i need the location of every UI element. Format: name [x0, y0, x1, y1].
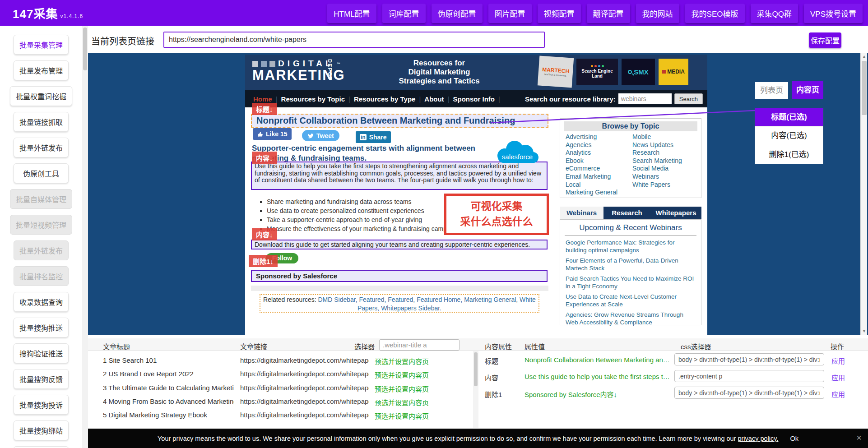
preview-set-content-link[interactable]: 预选并设置内容页 — [375, 411, 429, 420]
sponsored-line-selected[interactable]: Sponsored by Salesforce — [251, 270, 548, 282]
topic-link-marketing-general[interactable]: Marketing General — [566, 189, 632, 197]
menu-my-sites[interactable]: 我的网站 — [636, 4, 679, 23]
scroll-up-icon[interactable]: ▲ — [861, 53, 868, 60]
privacy-ok-button[interactable]: Ok — [790, 435, 798, 442]
topic-column-2: Mobile News Updates Research Search Mark… — [632, 133, 699, 197]
privacy-policy-link[interactable]: privacy policy. — [738, 435, 778, 442]
col-article-title: 文章标题 — [103, 342, 130, 351]
webinar-link[interactable]: Agencies: Grow Revenue Streams Through W… — [566, 311, 696, 326]
list-selector-input[interactable] — [379, 339, 460, 351]
content-marker-tag-1[interactable]: 内容↓ — [252, 152, 277, 164]
topic-link-analytics[interactable]: Analytics — [566, 149, 632, 157]
apply-link[interactable]: 应用 — [831, 356, 845, 365]
topic-link-ecommerce[interactable]: eCommerce — [566, 165, 632, 173]
css-selector-input[interactable] — [674, 353, 824, 365]
apply-link[interactable]: 应用 — [831, 389, 845, 399]
topic-link-agencies[interactable]: Agencies — [566, 141, 632, 149]
topic-link-local[interactable]: Local — [566, 181, 632, 189]
menu-html-config[interactable]: HTML配置 — [327, 4, 376, 23]
sidebar-item-batch-collect[interactable]: 批量采集管理 — [14, 35, 69, 55]
webinar-link[interactable]: Paid Search Tactics You Need to Maximize… — [566, 275, 696, 290]
sidebar-item-sogou-feedback[interactable]: 批量搜狗反馈 — [14, 369, 69, 389]
topic-link-research[interactable]: Research — [632, 149, 699, 157]
tab-whitepapers[interactable]: Whitepapers — [650, 207, 701, 219]
topic-link-ebook[interactable]: Ebook — [566, 157, 632, 165]
sidebar-item-index-query[interactable]: 收录数据查询 — [14, 292, 69, 312]
sidebar-item-sogou-push[interactable]: 批量搜狗推送 — [14, 318, 69, 337]
sidebar-scrollbar[interactable] — [82, 26, 88, 448]
list-url-input[interactable] — [163, 32, 545, 48]
menu-translate-config[interactable]: 翻译配置 — [587, 4, 630, 23]
list-table-scrollbar[interactable] — [473, 351, 478, 428]
preview-set-content-link[interactable]: 预选并设置内容页 — [375, 384, 429, 393]
menu-pseudo-original-config[interactable]: 伪原创配置 — [432, 4, 483, 23]
sidebar-item-link-grab[interactable]: 批量链接抓取 — [14, 112, 69, 132]
topic-link-webinars[interactable]: Webinars — [632, 173, 699, 181]
apply-link[interactable]: 应用 — [831, 373, 845, 382]
col-selector: 选择器 — [354, 342, 375, 351]
content-page-button[interactable]: 内容页 — [792, 81, 823, 99]
nav-home[interactable]: Home — [253, 95, 272, 103]
sidebar-item-backlink-publish[interactable]: 批量外链发布 — [14, 138, 69, 157]
tab-research[interactable]: Research — [603, 207, 650, 219]
preview-set-content-link[interactable]: 预选并设置内容页 — [375, 370, 429, 379]
topic-link-search-marketing[interactable]: Search Marketing — [632, 157, 699, 165]
sidebar-item-sogou-complaint[interactable]: 批量搜狗投诉 — [14, 395, 69, 415]
selected-delete-item[interactable]: 删除1(已选) — [755, 145, 823, 164]
scroll-down-icon[interactable]: ▼ — [861, 328, 868, 335]
sidebar-item-sogou-bind[interactable]: 批量搜狗绑站 — [14, 420, 69, 440]
visual-collect-note: 可视化采集 采什么点选什么 — [444, 194, 549, 235]
topic-link-advertising[interactable]: Advertising — [566, 133, 632, 141]
menu-image-config[interactable]: 图片配置 — [488, 4, 532, 23]
tab-webinars[interactable]: Webinars — [560, 207, 603, 219]
css-selector-input[interactable] — [674, 370, 824, 382]
menu-lexicon-config[interactable]: 词库配置 — [382, 4, 426, 23]
linkedin-share-button[interactable]: in Share — [356, 131, 391, 143]
target-webpage: DIGITAL ™ MARKETING DEPOT Resources for … — [245, 55, 707, 335]
nav-resources-by-type[interactable]: Resources by Type — [354, 95, 415, 103]
close-icon[interactable]: × — [856, 433, 862, 443]
sidebar-item-pseudo-original-tool[interactable]: 伪原创工具 — [14, 163, 69, 183]
selected-title-item[interactable]: 标题(已选) — [755, 108, 823, 126]
menu-video-config[interactable]: 视频配置 — [538, 4, 581, 23]
nav-resources-by-topic[interactable]: Resources by Topic — [281, 95, 345, 103]
smx-logo: SMX — [622, 59, 655, 85]
content-marker-tag-2[interactable]: 内容↓ — [252, 228, 277, 240]
menu-my-seo-templates[interactable]: 我的SEO模版 — [685, 4, 745, 23]
preview-set-content-link[interactable]: 预选并设置内容页 — [375, 356, 429, 366]
css-selector-input[interactable] — [674, 387, 824, 399]
title-marker-tag[interactable]: 标题↓ — [252, 103, 277, 115]
sidebar-item-batch-publish[interactable]: 批量发布管理 — [14, 60, 69, 80]
article-download-line-selected[interactable]: Download this guide to get started align… — [251, 240, 548, 249]
facebook-like-button[interactable]: Like 15 — [253, 128, 292, 140]
topic-link-news-updates[interactable]: News Updates — [632, 141, 699, 149]
webinar-link[interactable]: Use Data to Create Next-Level Customer E… — [566, 293, 696, 308]
webinar-link[interactable]: Google Performance Max: Strategies for b… — [566, 239, 696, 254]
page-scrollbar[interactable]: ▲ ▼ — [860, 53, 867, 335]
preview-set-content-link[interactable]: 预选并设置内容页 — [375, 397, 429, 407]
menu-qq-group[interactable]: 采集QQ群 — [751, 4, 798, 23]
topic-link-email-marketing[interactable]: Email Marketing — [566, 173, 632, 181]
topic-link-mobile[interactable]: Mobile — [632, 133, 699, 141]
selected-content-item[interactable]: 内容(已选) — [755, 126, 823, 145]
sidebar-item-sogou-verify-push[interactable]: 搜狗验证推送 — [14, 343, 69, 363]
topic-link-social-media[interactable]: Social Media — [632, 165, 699, 173]
site-search-button[interactable]: Search — [674, 93, 703, 104]
list-page-button[interactable]: 列表页 — [755, 82, 788, 99]
delete-marker-tag[interactable]: 删除1↓ — [249, 255, 278, 267]
topic-link-white-papers[interactable]: White Papers — [632, 181, 699, 189]
page-scrollbar-thumb[interactable] — [862, 61, 867, 115]
site-search-input[interactable] — [618, 93, 672, 104]
related-links[interactable]: DMD Sidebar, Featured, Featured, Feature… — [318, 296, 535, 312]
save-config-button[interactable]: 保存配置 — [809, 32, 841, 48]
list-table-scrollbar-thumb[interactable] — [474, 352, 478, 386]
webinar-link[interactable]: Four Elements of a Powerful, Data-Driven… — [566, 257, 696, 272]
nav-sponsor-info[interactable]: Sponsor Info — [453, 95, 495, 103]
sidebar-item-baidu-api-push[interactable]: 百度API推送 — [14, 446, 69, 448]
menu-vps-dial-settings[interactable]: VPS拨号设置 — [804, 4, 863, 23]
nav-about[interactable]: About — [424, 95, 444, 103]
sidebar-scrollbar-thumb[interactable] — [83, 28, 87, 70]
article-title-selected[interactable]: Nonprofit Collaboration Between Marketin… — [251, 114, 548, 128]
sidebar-item-keyword-mining[interactable]: 批量权重词挖掘 — [10, 86, 72, 106]
tweet-button[interactable]: Tweet — [302, 130, 339, 141]
